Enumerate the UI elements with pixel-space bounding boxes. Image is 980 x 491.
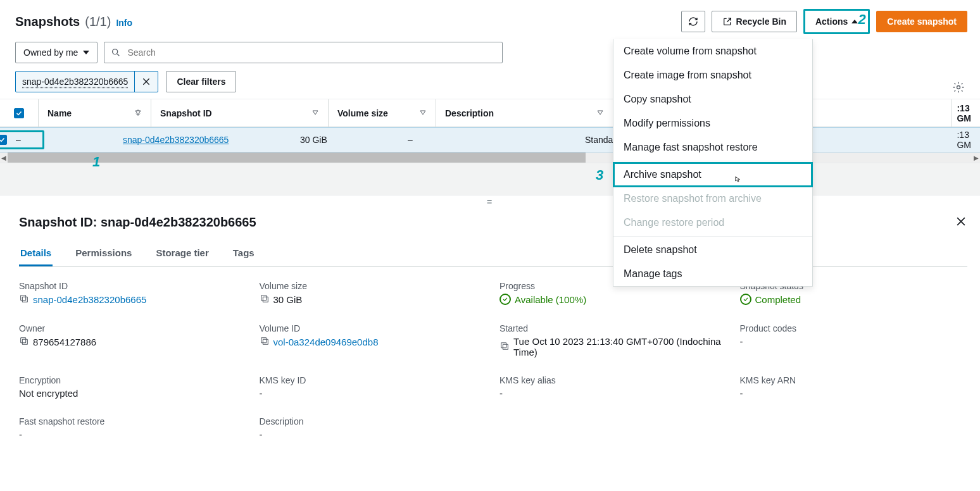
field-kms-id: KMS key ID - (260, 375, 487, 399)
field-description: Description - (260, 416, 487, 440)
annotation-1: 1 (92, 154, 100, 170)
owner-value: 879654127886 (33, 337, 96, 347)
menu-archive-snapshot[interactable]: Archive snapshot (613, 163, 812, 187)
menu-separator (613, 161, 812, 161)
copy-button[interactable] (260, 294, 270, 306)
fsr-value: - (19, 429, 22, 440)
check-circle-icon (499, 294, 511, 305)
svg-rect-9 (261, 338, 266, 343)
field-encryption: Encryption Not encrypted (19, 375, 247, 399)
row-size: 30 GiB (300, 135, 327, 145)
col-time[interactable]: :13 GM (952, 99, 980, 127)
svg-point-1 (957, 86, 960, 89)
owner-filter[interactable]: Owned by me (15, 42, 97, 63)
info-link[interactable]: Info (116, 18, 132, 28)
menu-create-image[interactable]: Create image from snapshot (613, 63, 812, 87)
menu-delete-snapshot[interactable]: Delete snapshot (613, 238, 812, 262)
sort-icon (596, 108, 604, 118)
sort-icon (311, 108, 319, 118)
row-checkbox[interactable] (0, 135, 7, 145)
page-count: (1/1) (85, 15, 111, 29)
copy-button[interactable] (499, 341, 510, 353)
tab-storage-tier[interactable]: Storage tier (154, 241, 210, 266)
progress-value: Available (100%) (515, 294, 586, 305)
status-value: Completed (755, 294, 801, 305)
row-snapshot-link[interactable]: snap-0d4e2b382320b6665 (123, 135, 229, 145)
refresh-button[interactable] (681, 11, 705, 32)
col-description[interactable]: Description (436, 99, 613, 127)
search-icon (111, 47, 121, 58)
svg-point-0 (113, 49, 118, 54)
svg-rect-4 (263, 297, 268, 302)
kms-arn-value: - (740, 388, 743, 399)
cursor-icon (731, 175, 743, 189)
tab-permissions[interactable]: Permissions (74, 241, 133, 266)
copy-button[interactable] (19, 336, 29, 348)
field-fsr: Fast snapshot restore - (19, 416, 247, 440)
filter-chip-label[interactable]: snap-0d4e2b382320b6665 (16, 71, 134, 92)
menu-copy-snapshot[interactable]: Copy snapshot (613, 87, 812, 111)
recycle-bin-button[interactable]: Recycle Bin (712, 11, 797, 32)
copy-button[interactable] (19, 294, 29, 306)
page-title: Snapshots (15, 15, 80, 29)
row-time: :13 GM (957, 130, 971, 150)
field-product-codes: Product codes - (740, 323, 968, 357)
svg-rect-11 (501, 342, 506, 347)
col-volume-size[interactable]: Volume size (328, 99, 436, 127)
svg-rect-5 (261, 295, 266, 301)
search-input[interactable] (126, 47, 496, 58)
col-snapshot-id[interactable]: Snapshot ID (151, 99, 328, 127)
search-field[interactable] (104, 42, 503, 63)
actions-dropdown: Create volume from snapshot Create image… (613, 39, 813, 287)
encryption-value: Not encrypted (19, 388, 78, 399)
svg-rect-8 (263, 339, 268, 344)
kms-id-value: - (260, 388, 263, 399)
menu-manage-fsr[interactable]: Manage fast snapshot restore (613, 135, 812, 159)
snapshot-id-value[interactable]: snap-0d4e2b382320b6665 (33, 294, 146, 305)
detail-tabs: Details Permissions Storage tier Tags (19, 241, 967, 267)
table-row[interactable]: – snap-0d4e2b382320b6665 30 GiB – Standa… (0, 127, 980, 152)
copy-button[interactable] (260, 336, 270, 348)
actions-label: Actions (815, 16, 848, 27)
field-snapshot-id: Snapshot ID snap-0d4e2b382320b6665 (19, 281, 247, 306)
field-kms-arn: KMS key ARN - (740, 375, 968, 399)
owner-filter-label: Owned by me (23, 47, 78, 58)
panel-resizer[interactable]: = (0, 195, 980, 208)
field-started: Started Tue Oct 10 2023 21:13:40 GMT+070… (499, 323, 727, 357)
svg-rect-3 (21, 295, 26, 301)
col-name[interactable]: Name (38, 99, 151, 127)
filter-chip-remove[interactable] (134, 71, 158, 92)
field-volume-id: Volume ID vol-0a324de09469e0db8 (260, 323, 487, 357)
svg-rect-10 (503, 344, 508, 349)
tab-details[interactable]: Details (19, 241, 53, 266)
recycle-bin-label: Recycle Bin (736, 16, 786, 27)
annotation-2: 2 (858, 11, 866, 28)
annotation-3: 3 (596, 167, 603, 183)
desc-value: - (260, 429, 263, 440)
row-desc: – (408, 135, 413, 145)
menu-create-volume[interactable]: Create volume from snapshot (613, 39, 812, 63)
menu-modify-permissions[interactable]: Modify permissions (613, 111, 812, 135)
settings-button[interactable] (952, 81, 965, 96)
create-snapshot-button[interactable]: Create snapshot (876, 11, 967, 32)
select-all-checkbox[interactable] (14, 108, 24, 118)
volume-id-value[interactable]: vol-0a324de09469e0db8 (273, 337, 379, 347)
svg-rect-7 (21, 338, 26, 343)
clear-filters-button[interactable]: Clear filters (166, 71, 236, 92)
grip-icon: = (487, 197, 493, 207)
menu-separator (613, 236, 812, 237)
external-icon (722, 16, 732, 27)
product-value: - (740, 336, 743, 347)
create-snapshot-label: Create snapshot (887, 16, 957, 27)
sort-icon (134, 108, 142, 118)
field-owner: Owner 879654127886 (19, 323, 247, 357)
menu-archive-label: Archive snapshot (624, 169, 701, 180)
volume-size-value: 30 GiB (273, 294, 303, 305)
gear-icon (952, 81, 965, 94)
tab-tags[interactable]: Tags (232, 241, 256, 266)
detail-title: Snapshot ID: snap-0d4e2b382320b6665 (19, 215, 256, 230)
close-detail-button[interactable] (955, 215, 967, 230)
horizontal-scrollbar[interactable]: ◀▶ (0, 152, 980, 163)
menu-manage-tags[interactable]: Manage tags (613, 262, 812, 286)
caret-up-icon (851, 20, 858, 23)
